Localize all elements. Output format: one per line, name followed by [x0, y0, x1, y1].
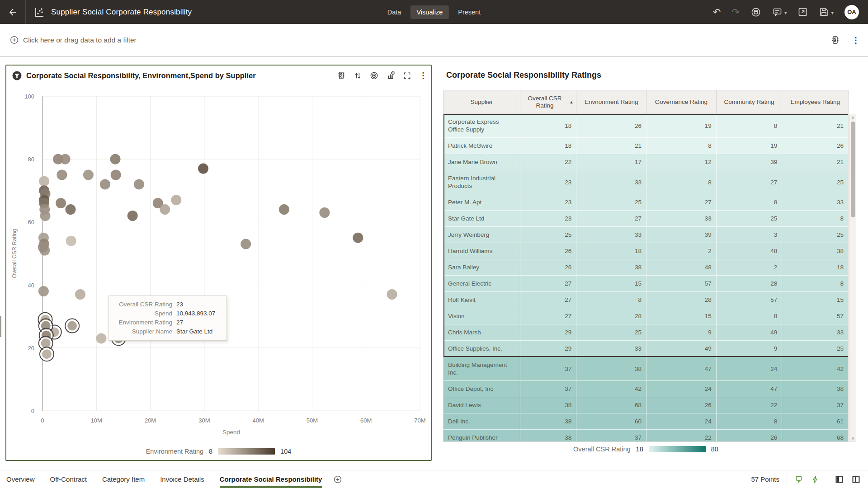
toggle-left-panel-icon[interactable]: [835, 474, 844, 484]
mode-tab-visualize[interactable]: Visualize: [410, 5, 449, 19]
rating-cell[interactable]: 12: [646, 154, 717, 170]
scatter-point[interactable]: [57, 170, 67, 180]
rating-cell[interactable]: 33: [646, 211, 717, 226]
rating-cell[interactable]: 24: [717, 357, 783, 380]
scatter-point[interactable]: [111, 170, 121, 180]
canvas-tab-off-contract[interactable]: Off-Contract: [50, 470, 87, 488]
touch-mode-icon[interactable]: [794, 475, 803, 484]
rating-cell[interactable]: 57: [646, 276, 717, 291]
supplier-cell[interactable]: Office Depot, Inc: [443, 381, 520, 397]
scatter-point[interactable]: [134, 179, 144, 189]
rating-cell[interactable]: 42: [576, 381, 646, 397]
scatter-point[interactable]: [319, 207, 330, 218]
rating-cell[interactable]: 26: [520, 259, 577, 275]
supplier-cell[interactable]: Jerry Weinberg: [443, 227, 520, 243]
rating-cell[interactable]: 26: [782, 138, 848, 154]
scatter-point[interactable]: [83, 170, 94, 180]
target-icon[interactable]: [370, 71, 378, 80]
rating-cell[interactable]: 18: [782, 259, 848, 275]
rating-cell[interactable]: 8: [782, 211, 848, 226]
table-row[interactable]: Star Gate Ltd232733258: [443, 211, 848, 227]
rating-cell[interactable]: 61: [782, 413, 848, 429]
scatter-plot-area[interactable]: [42, 96, 420, 411]
rating-cell[interactable]: 26: [520, 243, 577, 259]
rating-cell[interactable]: 22: [717, 397, 783, 413]
supplier-cell[interactable]: Patrick McGwire: [443, 138, 520, 154]
scatter-point[interactable]: [38, 242, 48, 253]
table-row[interactable]: Patrick McGwire182181926: [443, 138, 848, 154]
table-row[interactable]: Corporate Express Office Supply182619821: [443, 114, 848, 138]
rating-cell[interactable]: 19: [717, 138, 783, 154]
column-header-governance[interactable]: Governance Rating: [646, 90, 717, 113]
supplier-cell[interactable]: Rolf Kievit: [443, 292, 520, 308]
snapshot-chart-icon[interactable]: [386, 71, 395, 80]
scroll-up-icon[interactable]: [850, 114, 856, 121]
rating-cell[interactable]: 8: [576, 292, 646, 308]
supplier-cell[interactable]: Building Management Inc.: [443, 357, 520, 380]
rating-cell[interactable]: 39: [646, 227, 717, 243]
rating-cell[interactable]: 26: [717, 430, 783, 442]
rating-cell[interactable]: 9: [646, 324, 717, 340]
panel-resize-handle[interactable]: [0, 316, 1, 337]
rating-cell[interactable]: 8: [717, 194, 783, 210]
supplier-cell[interactable]: David Lewis: [443, 397, 520, 413]
table-row[interactable]: Dell Inc.386024861: [443, 413, 848, 430]
rating-cell[interactable]: 25: [782, 341, 848, 357]
rating-cell[interactable]: 2: [717, 259, 783, 275]
present-window-icon[interactable]: [797, 7, 808, 17]
supplier-cell[interactable]: Sara Bailey: [443, 259, 520, 275]
refresh-data-icon[interactable]: [750, 7, 761, 18]
scatter-point[interactable]: [66, 236, 76, 246]
scatter-point[interactable]: [38, 286, 49, 296]
back-button[interactable]: [0, 0, 25, 24]
rating-cell[interactable]: 37: [782, 397, 848, 413]
scroll-down-icon[interactable]: [850, 435, 856, 441]
rating-cell[interactable]: 26: [576, 114, 646, 137]
rating-cell[interactable]: 37: [576, 430, 646, 442]
canvas-tab-overview[interactable]: Overview: [6, 470, 35, 488]
limit-values-icon[interactable]: [830, 35, 840, 45]
status-indicators-icon[interactable]: [337, 71, 346, 80]
rating-cell[interactable]: 27: [717, 170, 783, 194]
rating-cell[interactable]: 33: [782, 324, 848, 340]
rating-cell[interactable]: 39: [717, 154, 783, 170]
supplier-cell[interactable]: Corporate Express Office Supply: [443, 114, 520, 137]
table-scrollbar[interactable]: [849, 114, 856, 442]
canvas-tab-corporate-social-responsibility[interactable]: Corporate Social Responsibility: [220, 470, 322, 488]
rating-cell[interactable]: 33: [576, 341, 646, 357]
supplier-cell[interactable]: Dell Inc.: [443, 413, 520, 429]
rating-cell[interactable]: 33: [576, 227, 646, 243]
supplier-cell[interactable]: Vision: [443, 308, 520, 324]
rating-cell[interactable]: 27: [520, 276, 577, 291]
rating-cell[interactable]: 8: [717, 413, 783, 429]
column-header-employees[interactable]: Employees Rating: [782, 90, 848, 113]
table-row[interactable]: Jerry Weinberg253339325: [443, 227, 848, 243]
rating-cell[interactable]: 19: [646, 114, 717, 137]
rating-cell[interactable]: 25: [576, 324, 646, 340]
rating-cell[interactable]: 18: [520, 114, 577, 137]
column-header-community[interactable]: Community Rating: [717, 90, 783, 113]
scatter-point[interactable]: [241, 239, 251, 249]
rating-cell[interactable]: 27: [520, 292, 577, 308]
supplier-cell[interactable]: Penguin Publisher: [443, 430, 520, 442]
table-visualization-panel[interactable]: Corporate Social Responsibility Ratings …: [443, 58, 859, 470]
rating-cell[interactable]: 8: [717, 114, 783, 137]
table-row[interactable]: General Electric271557288: [443, 276, 848, 292]
rating-cell[interactable]: 27: [646, 194, 717, 210]
rating-cell[interactable]: 15: [782, 292, 848, 308]
rating-cell[interactable]: 38: [520, 413, 577, 429]
rating-cell[interactable]: 38: [576, 259, 646, 275]
table-row[interactable]: Rolf Kievit278285715: [443, 292, 848, 308]
rating-cell[interactable]: 2: [646, 243, 717, 259]
rating-cell[interactable]: 25: [782, 227, 848, 243]
rating-cell[interactable]: 38: [576, 357, 646, 380]
rating-cell[interactable]: 21: [576, 138, 646, 154]
supplier-cell[interactable]: Star Gate Ltd: [443, 211, 520, 226]
rating-cell[interactable]: 49: [646, 341, 717, 357]
scatter-point[interactable]: [387, 289, 397, 300]
table-row[interactable]: Chris Marsh292594933: [443, 324, 848, 341]
rating-cell[interactable]: 17: [576, 154, 646, 170]
rating-cell[interactable]: 8: [717, 308, 783, 324]
chart-menu-icon[interactable]: [419, 70, 425, 80]
rating-cell[interactable]: 48: [646, 259, 717, 275]
